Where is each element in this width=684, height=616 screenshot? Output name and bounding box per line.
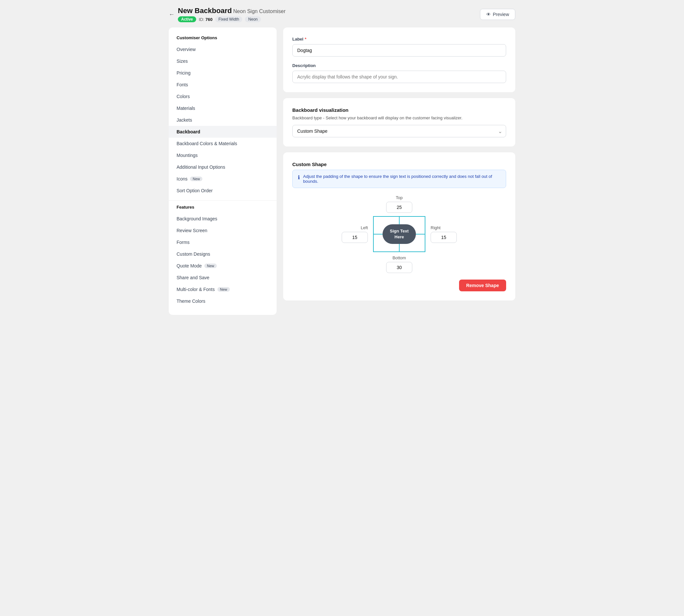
- padding-grid: Top Left Sign TextHere: [292, 195, 506, 273]
- sidebar: Customiser Options Overview Sizes Pricin…: [169, 27, 277, 315]
- label-input[interactable]: [292, 44, 506, 57]
- sidebar-label: Pricing: [177, 70, 191, 75]
- info-icon: ℹ: [298, 174, 300, 180]
- bottom-label: Bottom: [392, 255, 406, 260]
- sidebar-label: Backboard Colors & Materials: [177, 141, 237, 146]
- badge-row: Active ID: 760 Fixed Width Neon: [178, 16, 285, 22]
- sidebar-item-overview[interactable]: Overview: [169, 43, 277, 55]
- multicolor-new-badge: New: [217, 287, 230, 292]
- sidebar-item-sizes[interactable]: Sizes: [169, 55, 277, 67]
- sidebar-item-share[interactable]: Share and Save: [169, 272, 277, 284]
- sidebar-label: Icons: [177, 176, 187, 181]
- page-title: New Backboard: [178, 6, 232, 15]
- back-button[interactable]: ←: [169, 11, 175, 18]
- backboard-type-select[interactable]: Custom Shape Rectangle Rounded Rectangle…: [292, 125, 506, 137]
- main-layout: Customiser Options Overview Sizes Pricin…: [169, 27, 515, 315]
- sidebar-item-theme[interactable]: Theme Colors: [169, 295, 277, 307]
- icons-new-badge: New: [190, 177, 202, 181]
- sidebar-item-pricing[interactable]: Pricing: [169, 67, 277, 79]
- backboard-viz-card: Backboard visualization Backboard type -…: [283, 98, 515, 147]
- custom-shape-card: Custom Shape ℹ Adjust the padding of the…: [283, 152, 515, 301]
- sidebar-item-jackets[interactable]: Jackets: [169, 114, 277, 126]
- sidebar-label: Jackets: [177, 117, 192, 123]
- back-icon: ←: [169, 11, 175, 18]
- neon-badge: Neon: [245, 16, 261, 22]
- sidebar-item-sort[interactable]: Sort Option Order: [169, 185, 277, 197]
- description-input[interactable]: [292, 71, 506, 83]
- left-padding-field: Left: [342, 225, 368, 243]
- sidebar-item-backboard[interactable]: Backboard: [169, 126, 277, 138]
- sidebar-label: Sort Option Order: [177, 188, 213, 193]
- sidebar-label: Materials: [177, 106, 195, 111]
- label-field-label: Label *: [292, 37, 506, 42]
- sidebar-label: Background Images: [177, 216, 217, 221]
- sidebar-label: Fonts: [177, 82, 188, 87]
- main-content: Label * Description Backboard visualizat…: [283, 27, 515, 301]
- description-field-label: Description: [292, 63, 506, 68]
- backboard-viz-title: Backboard visualization: [292, 107, 506, 113]
- sidebar-label: Theme Colors: [177, 299, 205, 304]
- info-text: Adjust the padding of the shape to ensur…: [303, 174, 501, 184]
- sidebar-item-review[interactable]: Review Screen: [169, 225, 277, 236]
- sidebar-item-custom-designs[interactable]: Custom Designs: [169, 248, 277, 260]
- backboard-viz-desc: Backboard type - Select how your backboa…: [292, 115, 506, 120]
- right-padding-field: Right: [431, 225, 457, 243]
- sidebar-label: Overview: [177, 47, 196, 52]
- sidebar-item-quote-mode[interactable]: Quote Mode New: [169, 260, 277, 272]
- left-label: Left: [361, 225, 368, 230]
- right-label: Right: [431, 225, 440, 230]
- top-label: Top: [396, 195, 403, 200]
- label-card: Label * Description: [283, 27, 515, 92]
- sidebar-item-fonts[interactable]: Fonts: [169, 79, 277, 91]
- sidebar-label: Additional Input Options: [177, 164, 225, 170]
- top-input[interactable]: [386, 202, 412, 213]
- left-input[interactable]: [342, 232, 368, 243]
- required-star: *: [305, 37, 306, 42]
- sidebar-label: Review Screen: [177, 228, 207, 233]
- fixed-width-badge: Fixed Width: [215, 16, 242, 22]
- padding-middle-row: Left Sign TextHere Right: [342, 216, 457, 252]
- backboard-type-select-wrapper: Custom Shape Rectangle Rounded Rectangle…: [292, 125, 506, 137]
- sidebar-item-icons[interactable]: Icons New: [169, 173, 277, 185]
- sidebar-item-multicolor[interactable]: Multi-color & Fonts New: [169, 284, 277, 295]
- top-padding-field: Top: [386, 195, 412, 213]
- sidebar-item-background[interactable]: Background Images: [169, 213, 277, 225]
- active-badge: Active: [178, 16, 196, 22]
- sidebar-item-backboard-colors[interactable]: Backboard Colors & Materials: [169, 138, 277, 149]
- sidebar-item-additional[interactable]: Additional Input Options: [169, 161, 277, 173]
- page-header: ← New Backboard Neon Sign Customiser Act…: [169, 6, 515, 22]
- sign-preview: Sign TextHere: [373, 216, 425, 252]
- custom-shape-title: Custom Shape: [292, 161, 506, 167]
- bottom-input[interactable]: [386, 262, 412, 273]
- sidebar-label: Share and Save: [177, 275, 209, 280]
- sidebar-label: Custom Designs: [177, 251, 210, 257]
- sidebar-item-mountings[interactable]: Mountings: [169, 149, 277, 161]
- sidebar-item-forms[interactable]: Forms: [169, 236, 277, 248]
- id-badge: ID: 760: [199, 17, 213, 22]
- features-section-title: Features: [169, 205, 277, 213]
- sidebar-label: Sizes: [177, 59, 188, 64]
- sidebar-label: Forms: [177, 240, 190, 245]
- sidebar-item-materials[interactable]: Materials: [169, 102, 277, 114]
- remove-btn-wrapper: Remove Shape: [292, 280, 506, 291]
- sidebar-label: Mountings: [177, 153, 198, 158]
- preview-button[interactable]: 👁 Preview: [480, 9, 515, 20]
- sidebar-label: Quote Mode: [177, 263, 202, 268]
- bottom-padding-field: Bottom: [386, 255, 412, 273]
- sidebar-label: Multi-color & Fonts: [177, 287, 215, 292]
- eye-icon: 👁: [486, 12, 491, 17]
- sidebar-label: Colors: [177, 94, 190, 99]
- sidebar-item-colors[interactable]: Colors: [169, 91, 277, 102]
- quote-new-badge: New: [204, 264, 217, 268]
- customiser-section-title: Customiser Options: [169, 35, 277, 43]
- page-subtitle: Neon Sign Customiser: [233, 8, 285, 14]
- right-input[interactable]: [431, 232, 457, 243]
- sign-text-pill: Sign TextHere: [382, 224, 416, 244]
- sidebar-divider: [169, 200, 277, 201]
- remove-shape-button[interactable]: Remove Shape: [459, 280, 506, 291]
- info-box: ℹ Adjust the padding of the shape to ens…: [292, 170, 506, 188]
- sidebar-label: Backboard: [177, 129, 200, 134]
